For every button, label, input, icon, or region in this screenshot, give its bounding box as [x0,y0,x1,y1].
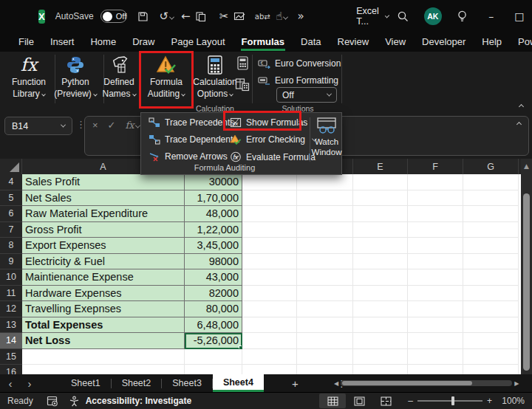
cell-G13[interactable] [463,317,519,334]
sheet-tab-sheet3[interactable]: Sheet3 [162,374,212,392]
python-preview-button[interactable]: Python (Preview) [52,53,99,108]
cell-E14[interactable] [353,333,408,349]
cell-G9[interactable] [463,254,519,270]
row-header-16[interactable]: 16 [0,365,22,374]
cell-E8[interactable] [353,238,408,254]
document-title[interactable]: Excel T... [356,6,389,27]
remove-arrows-item[interactable]: Remove Arrows [149,151,239,162]
page-layout-view-button[interactable] [346,393,372,408]
cell-C13[interactable] [242,317,297,334]
cell-E4[interactable] [353,174,408,190]
cell-A5[interactable]: Net Sales [22,190,185,207]
cell-G10[interactable] [463,269,519,286]
cell-E15[interactable] [353,349,408,365]
cell-E5[interactable] [353,190,408,207]
cell-F6[interactable] [408,206,463,222]
cell-G12[interactable] [463,301,519,317]
ribbon-tab-home[interactable]: Home [82,34,124,51]
horizontal-scroll-track[interactable] [341,380,512,386]
macro-record-icon[interactable] [47,396,58,407]
cell-A14[interactable]: Net Loss [22,333,185,349]
cell-G5[interactable] [463,190,519,207]
row-header-6[interactable]: 6 [0,206,22,222]
enter-icon[interactable]: ✓ [108,120,116,131]
cell-B11[interactable]: 82000 [185,286,242,302]
cell-D14[interactable] [297,333,353,349]
touch-mode-icon[interactable]: ☝ [272,10,291,23]
cell-D7[interactable] [297,222,353,238]
row-header-9[interactable]: 9 [0,254,22,270]
scroll-right-icon[interactable]: ▶ [514,380,519,387]
ribbon-tab-power-pivot[interactable]: Power Pivot [510,34,532,51]
row-header-11[interactable]: 11 [0,286,22,302]
save-icon[interactable] [137,11,157,22]
cell-G11[interactable] [463,286,519,302]
cell-G4[interactable] [463,174,519,190]
cell-B9[interactable]: 98000 [185,254,242,270]
cell-E13[interactable] [353,317,408,334]
ribbon-tab-formulas[interactable]: Formulas [233,34,293,51]
cell-D4[interactable] [297,174,353,190]
cell-B15[interactable] [185,349,242,365]
cell-A6[interactable]: Raw Material Expenditure [22,206,185,222]
cell-G7[interactable] [463,222,519,238]
cell-B10[interactable]: 43,000 [185,269,242,286]
collapse-ribbon-icon[interactable] [519,104,524,109]
cell-B8[interactable]: 3,45,000 [185,238,242,254]
cell-F12[interactable] [408,301,463,317]
cell-A13[interactable]: Total Expenses [22,317,185,334]
ribbon-tab-view[interactable]: View [377,34,414,51]
paste-picture-icon[interactable] [233,11,253,21]
back-arrow-icon[interactable]: ← [176,10,195,23]
row-header-4[interactable]: 4 [0,174,22,190]
ribbon-tab-draw[interactable]: Draw [124,34,163,51]
touch-mode-dropdown-icon[interactable] [283,15,288,20]
accessibility-status[interactable]: Accessibility: Investigate [86,396,191,406]
cell-A7[interactable]: Gross Profit [22,222,185,238]
euro-mode-select[interactable]: Off [276,87,337,103]
calculate-now-button[interactable] [236,56,249,71]
cell-C10[interactable] [242,269,297,286]
cell-B7[interactable]: 1,22,000 [185,222,242,238]
sheet-tab-sheet1[interactable]: Sheet1 [61,374,111,392]
autosave-toggle[interactable]: Off [100,10,127,23]
cell-G16[interactable] [463,365,519,374]
cell-D12[interactable] [297,301,353,317]
scroll-up-icon[interactable]: ▲ [521,159,532,170]
trace-dependents-item[interactable]: Trace Dependents [149,134,237,145]
sheet-tab-sheet2[interactable]: Sheet2 [112,374,162,392]
cell-B5[interactable]: 1,70,000 [185,190,242,207]
qat-overflow-icon[interactable]: » [291,10,310,23]
column-header-F[interactable]: F [408,159,463,174]
cell-C5[interactable] [242,190,297,207]
sheet-next-icon[interactable]: › [21,377,38,390]
cell-E11[interactable] [353,286,408,302]
euro-conversion-button[interactable]: € Euro Conversion [258,58,341,69]
scroll-left-icon[interactable]: ◀ [334,380,338,387]
cell-D8[interactable] [297,238,353,254]
zoom-out-icon[interactable]: – [408,396,413,406]
cell-C14[interactable] [242,333,297,349]
cell-C11[interactable] [242,286,297,302]
cell-F9[interactable] [408,254,463,270]
cell-F15[interactable] [408,349,463,365]
cell-D16[interactable] [297,365,353,374]
row-header-10[interactable]: 10 [0,269,22,286]
cell-G14[interactable] [463,333,519,349]
cell-B12[interactable]: 80,000 [185,301,242,317]
cell-G15[interactable] [463,349,519,365]
horizontal-scrollbar[interactable]: ◀ ▶ [334,378,523,388]
maximize-button[interactable]: □ [505,4,532,28]
page-break-view-button[interactable] [372,393,399,408]
accessibility-icon[interactable] [69,396,80,407]
cell-C7[interactable] [242,222,297,238]
add-sheet-icon[interactable]: + [292,377,299,390]
zoom-in-icon[interactable]: + [487,396,492,406]
defined-names-button[interactable]: Defined Names [98,53,140,108]
sheet-prev-icon[interactable]: ‹ [0,377,21,390]
undo-dropdown-icon[interactable] [169,15,174,20]
zoom-slider[interactable] [417,400,482,402]
cell-D15[interactable] [297,349,353,365]
cell-C9[interactable] [242,254,297,270]
calculate-sheet-button[interactable] [235,77,250,92]
